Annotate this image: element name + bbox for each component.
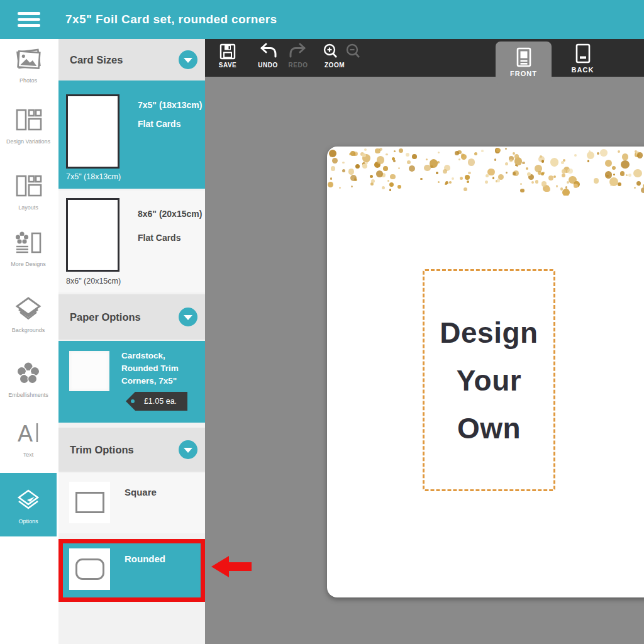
trim-option-rounded[interactable]: Rounded bbox=[58, 539, 205, 602]
tab-back-label: BACK bbox=[572, 66, 594, 74]
sidebar-item-label: Options bbox=[18, 518, 38, 525]
card-size-caption: 7x5" (18x13cm) bbox=[66, 172, 121, 181]
confetti-dot bbox=[452, 177, 454, 180]
confetti-dot bbox=[587, 152, 594, 159]
confetti-dot bbox=[331, 166, 336, 171]
confetti-dot bbox=[522, 162, 525, 165]
confetti-dot bbox=[443, 169, 447, 174]
confetti-dot bbox=[383, 166, 388, 171]
sidebar-item-more-designs[interactable]: More Designs bbox=[0, 228, 57, 267]
undo-button[interactable]: UNDO bbox=[252, 43, 284, 75]
undo-label: UNDO bbox=[258, 62, 277, 69]
confetti-dot bbox=[409, 165, 416, 172]
confetti-dot bbox=[548, 175, 554, 181]
confetti-dot bbox=[497, 179, 501, 182]
confetti-dot bbox=[514, 154, 519, 158]
confetti-dot bbox=[553, 175, 556, 178]
photos-icon bbox=[13, 44, 43, 74]
confetti-dot bbox=[397, 185, 401, 189]
zoom-in-icon[interactable] bbox=[322, 43, 340, 60]
sidebar-item-design-variations[interactable]: Design Variations bbox=[0, 105, 57, 145]
confetti-dot bbox=[556, 185, 558, 187]
section-title: Card Sizes bbox=[70, 54, 123, 66]
confetti-dot bbox=[328, 182, 333, 187]
confetti-dot bbox=[375, 148, 380, 153]
confetti-dot bbox=[597, 152, 599, 155]
confetti-dot bbox=[626, 174, 628, 176]
save-label: SAVE bbox=[219, 62, 237, 69]
confetti-dot bbox=[377, 156, 385, 164]
redo-icon bbox=[289, 43, 308, 60]
design-canvas[interactable]: Design Your Own bbox=[205, 77, 644, 644]
card-preview[interactable]: Design Your Own bbox=[327, 147, 644, 597]
price-tag: £1.05 ea. bbox=[126, 392, 187, 411]
confetti-dot bbox=[531, 181, 534, 184]
confetti-dot bbox=[492, 177, 495, 179]
confetti-dot bbox=[412, 154, 417, 159]
embellishments-icon bbox=[13, 358, 43, 389]
confetti-dot bbox=[362, 164, 367, 169]
confetti-dot bbox=[505, 162, 508, 165]
card-front-icon bbox=[514, 47, 534, 69]
confetti-dot bbox=[561, 161, 564, 164]
tab-back[interactable]: BACK bbox=[556, 39, 609, 77]
confetti-dot bbox=[621, 160, 629, 169]
options-icon bbox=[13, 485, 43, 515]
redo-button[interactable]: REDO bbox=[282, 43, 314, 75]
save-button[interactable]: SAVE bbox=[211, 43, 244, 75]
confetti-dot bbox=[622, 153, 629, 160]
trim-option-square[interactable]: Square bbox=[58, 473, 205, 533]
paper-thumbnail bbox=[69, 351, 109, 391]
section-header-card-sizes[interactable]: Card Sizes bbox=[58, 39, 205, 80]
confetti-dot bbox=[389, 182, 394, 187]
confetti-dot bbox=[505, 148, 507, 150]
confetti-dot bbox=[527, 172, 531, 176]
confetti-dot bbox=[342, 169, 345, 172]
more-designs-icon bbox=[13, 228, 43, 258]
collapse-trim-options-button[interactable] bbox=[179, 440, 197, 459]
sidebar-item-layouts[interactable]: Layouts bbox=[0, 171, 57, 211]
confetti-dot bbox=[574, 154, 577, 157]
layouts-icon bbox=[13, 171, 43, 201]
confetti-dot bbox=[550, 158, 559, 167]
chevron-down-icon bbox=[184, 448, 192, 453]
card-size-option-7x5[interactable]: 7x5" (18x13cm) Flat Cards 7x5" (18x13cm) bbox=[58, 80, 205, 189]
section-header-paper-options[interactable]: Paper Options bbox=[58, 294, 205, 340]
zoom-out-icon[interactable] bbox=[345, 43, 362, 60]
confetti-dot bbox=[609, 177, 618, 186]
tab-front[interactable]: FRONT bbox=[496, 42, 552, 84]
placeholder-text-line: Your bbox=[457, 357, 521, 404]
section-header-trim-options[interactable]: Trim Options bbox=[58, 428, 205, 472]
confetti-dot bbox=[605, 160, 612, 167]
confetti-dot bbox=[587, 160, 590, 162]
paper-option-cardstock[interactable]: Cardstock, Rounded Trim Corners, 7x5" £1… bbox=[58, 341, 205, 423]
confetti-dot bbox=[594, 178, 599, 184]
confetti-dot bbox=[355, 164, 360, 169]
confetti-dot bbox=[541, 181, 547, 187]
sidebar-item-photos[interactable]: Photos bbox=[0, 44, 57, 84]
chevron-down-icon bbox=[184, 58, 192, 63]
card-size-option-8x6[interactable]: 8x6" (20x15cm) Flat Cards 8x6" (20x15cm) bbox=[58, 191, 205, 292]
confetti-dot bbox=[516, 165, 518, 167]
sidebar-item-backgrounds[interactable]: Backgrounds bbox=[0, 294, 57, 333]
sidebar-item-options[interactable]: Options bbox=[0, 473, 57, 536]
sidebar-item-embellishments[interactable]: Embellishments bbox=[0, 358, 57, 398]
price-tag-hole bbox=[131, 399, 135, 403]
collapse-card-sizes-button[interactable] bbox=[179, 50, 197, 69]
confetti-dot bbox=[613, 174, 615, 175]
sidebar-item-text[interactable]: A Text bbox=[0, 418, 57, 458]
hamburger-menu-icon[interactable] bbox=[18, 12, 40, 27]
confetti-dot bbox=[370, 175, 373, 178]
confetti-dot bbox=[364, 148, 367, 152]
card-size-label: 8x6" (20x15cm) Flat Cards bbox=[138, 202, 204, 250]
tab-front-label: FRONT bbox=[510, 70, 537, 77]
confetti-dot bbox=[526, 167, 528, 170]
card-size-thumbnail bbox=[66, 198, 119, 272]
design-placeholder-box[interactable]: Design Your Own bbox=[423, 269, 555, 491]
price-label: £1.05 ea. bbox=[144, 397, 177, 406]
card-size-label: 7x5" (18x13cm) Flat Cards bbox=[138, 96, 203, 133]
collapse-paper-options-button[interactable] bbox=[179, 308, 197, 326]
confetti-dot bbox=[468, 158, 475, 166]
confetti-dot bbox=[449, 181, 452, 184]
design-variations-icon bbox=[13, 105, 43, 135]
